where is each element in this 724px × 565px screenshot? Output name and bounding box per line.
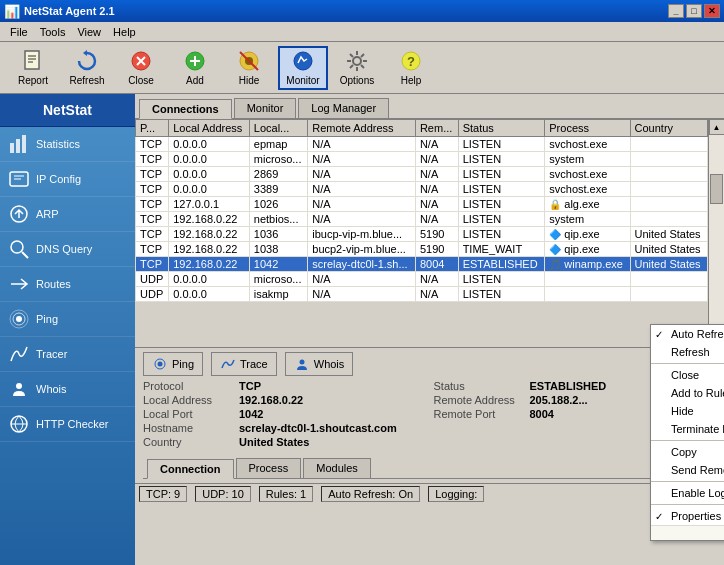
hostname-label: Hostname <box>143 422 233 434</box>
ipconfig-icon <box>8 168 30 190</box>
maximize-button[interactable]: □ <box>686 4 702 18</box>
tab-modules[interactable]: Modules <box>303 458 371 478</box>
ctx-copy[interactable]: Copy <box>651 443 724 461</box>
table-scrollbar[interactable]: ▲ ▼ <box>708 119 724 347</box>
options-button[interactable]: Options <box>332 46 382 90</box>
sidebar-item-arp[interactable]: ARP <box>0 197 135 232</box>
ctx-add-rules[interactable]: Add to Rules... <box>651 384 724 402</box>
svg-point-33 <box>158 362 163 367</box>
col-status[interactable]: Status <box>458 120 545 137</box>
sidebar-item-whois[interactable]: Whois <box>0 372 135 407</box>
scroll-up-button[interactable]: ▲ <box>709 119 725 135</box>
ctx-close[interactable]: Close <box>651 366 724 384</box>
svg-text:?: ? <box>407 54 415 69</box>
scroll-thumb[interactable] <box>710 174 723 204</box>
minimize-button[interactable]: _ <box>668 4 684 18</box>
help-button[interactable]: ? Help <box>386 46 436 90</box>
sidebar-item-tracer[interactable]: Tracer <box>0 337 135 372</box>
status-value: ESTABLISHED <box>530 380 607 392</box>
help-label: Help <box>401 75 422 86</box>
toolbar: Report Refresh Close Add Hide Monitor <box>0 42 724 94</box>
sidebar-item-statistics[interactable]: Statistics <box>0 127 135 162</box>
sidebar-item-httpchecker[interactable]: HTTP Checker <box>0 407 135 442</box>
table-row[interactable]: UDP0.0.0.0isakmpN/AN/ALISTEN <box>136 287 708 302</box>
tab-connection[interactable]: Connection <box>147 459 234 479</box>
report-button[interactable]: Report <box>8 46 58 90</box>
svg-rect-19 <box>16 139 20 153</box>
table-row[interactable]: TCP192.168.0.221036ibucp-vip-m.blue...51… <box>136 227 708 242</box>
tracer-icon <box>8 343 30 365</box>
table-row[interactable]: TCP192.168.0.22netbios...N/AN/ALISTENsys… <box>136 212 708 227</box>
ping-tool-label: Ping <box>172 358 194 370</box>
table-row[interactable]: TCP0.0.0.02869N/AN/ALISTENsvchost.exe <box>136 167 708 182</box>
hostname-row: Hostname screlay-dtc0l-1.shoutcast.com <box>143 422 716 434</box>
table-row[interactable]: UDP0.0.0.0microso...N/AN/ALISTEN <box>136 272 708 287</box>
protocol-label: Protocol <box>143 380 233 392</box>
col-local-address[interactable]: Local Address <box>169 120 250 137</box>
trace-tool-button[interactable]: Trace <box>211 352 277 376</box>
sidebar-item-ipconfig[interactable]: IP Config <box>0 162 135 197</box>
ping-tool-button[interactable]: Ping <box>143 352 203 376</box>
app-title: NetStat Agent 2.1 <box>24 5 668 17</box>
ctx-refresh[interactable]: Refresh F5 <box>651 343 724 361</box>
tab-connections[interactable]: Connections <box>139 99 232 119</box>
detail-tab-bar: Connection Process Modules <box>143 454 716 479</box>
tab-process[interactable]: Process <box>236 458 302 478</box>
ctx-auto-refresh[interactable]: Auto Refresh <box>651 325 724 343</box>
svg-rect-20 <box>22 135 26 153</box>
menu-help[interactable]: Help <box>107 24 142 40</box>
ctx-terminate[interactable]: Terminate Process <box>651 420 724 438</box>
table-row[interactable]: TCP0.0.0.03389N/AN/ALISTENsvchost.exe <box>136 182 708 197</box>
table-row[interactable]: TCP192.168.0.221042screlay-dtc0l-1.sh...… <box>136 257 708 272</box>
col-remote-port[interactable]: Rem... <box>415 120 458 137</box>
refresh-label: Refresh <box>69 75 104 86</box>
protocol-row: Protocol TCP <box>143 380 426 392</box>
arp-icon <box>8 203 30 225</box>
tab-log-manager[interactable]: Log Manager <box>298 98 389 118</box>
menu-view[interactable]: View <box>71 24 107 40</box>
close-icon <box>129 49 153 73</box>
svg-point-27 <box>16 316 22 322</box>
ctx-enable-logging[interactable]: Enable Logging <box>651 484 724 502</box>
svg-rect-18 <box>10 143 14 153</box>
table-row[interactable]: TCP127.0.0.11026N/AN/ALISTEN🔒alg.exe <box>136 197 708 212</box>
menu-tools[interactable]: Tools <box>34 24 72 40</box>
sidebar-item-routes[interactable]: Routes <box>0 267 135 302</box>
whois-label: Whois <box>36 383 67 395</box>
col-remote-address[interactable]: Remote Address <box>308 120 416 137</box>
table-row[interactable]: TCP0.0.0.0microso...N/AN/ALISTENsystem <box>136 152 708 167</box>
col-protocol[interactable]: P... <box>136 120 169 137</box>
refresh-button[interactable]: Refresh <box>62 46 112 90</box>
table-row[interactable]: TCP192.168.0.221038bucp2-vip-m.blue...51… <box>136 242 708 257</box>
table-row[interactable]: TCP0.0.0.0epmapN/AN/ALISTENsvchost.exe <box>136 137 708 152</box>
ctx-send-remote[interactable]: Send Remote Address to <box>651 461 724 479</box>
status-tcp: TCP: 9 <box>139 486 187 502</box>
tab-monitor[interactable]: Monitor <box>234 98 297 118</box>
menu-bar: File Tools View Help <box>0 22 724 42</box>
remote-port-label: Remote Port <box>434 408 524 420</box>
country-value: United States <box>239 436 309 448</box>
hide-button[interactable]: Hide <box>224 46 274 90</box>
col-local-port[interactable]: Local... <box>249 120 307 137</box>
svg-marker-4 <box>83 50 87 56</box>
col-country[interactable]: Country <box>630 120 707 137</box>
ctx-properties[interactable]: Properties <box>651 507 724 525</box>
remote-address-label: Remote Address <box>434 394 524 406</box>
local-port-label: Local Port <box>143 408 233 420</box>
content-panel: Connections Monitor Log Manager P... Loc… <box>135 94 724 565</box>
remote-address-value: 205.188.2... <box>530 394 588 406</box>
menu-file[interactable]: File <box>4 24 34 40</box>
sidebar-item-ping[interactable]: Ping <box>0 302 135 337</box>
close-button[interactable]: Close <box>116 46 166 90</box>
add-icon <box>183 49 207 73</box>
ctx-hide[interactable]: Hide <box>651 402 724 420</box>
status-rules: Rules: 1 <box>259 486 313 502</box>
whois-tool-button[interactable]: Whois <box>285 352 354 376</box>
col-process[interactable]: Process <box>545 120 630 137</box>
close-window-button[interactable]: ✕ <box>704 4 720 18</box>
svg-point-15 <box>353 57 361 65</box>
monitor-button[interactable]: Monitor <box>278 46 328 90</box>
monitor-icon <box>291 49 315 73</box>
add-button[interactable]: Add <box>170 46 220 90</box>
sidebar-item-dnsquery[interactable]: DNS Query <box>0 232 135 267</box>
